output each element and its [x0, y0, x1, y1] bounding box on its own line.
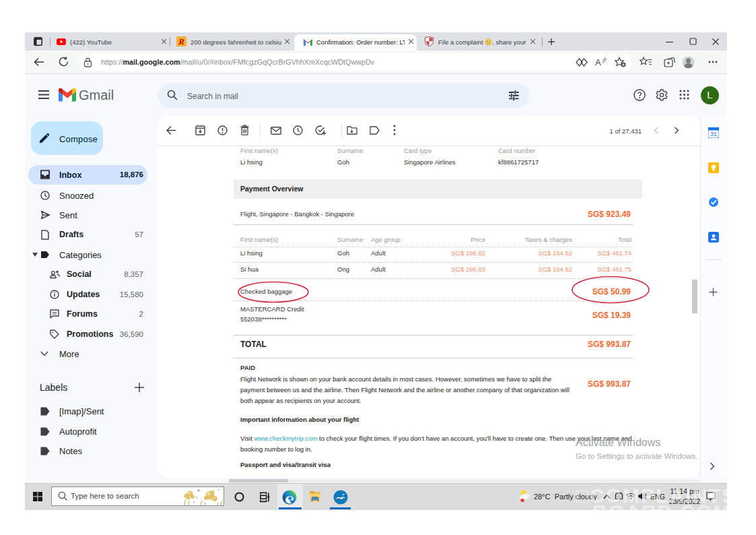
- svg-text:31: 31: [710, 131, 717, 137]
- svg-text:R: R: [178, 36, 184, 46]
- svg-text:A: A: [595, 57, 601, 67]
